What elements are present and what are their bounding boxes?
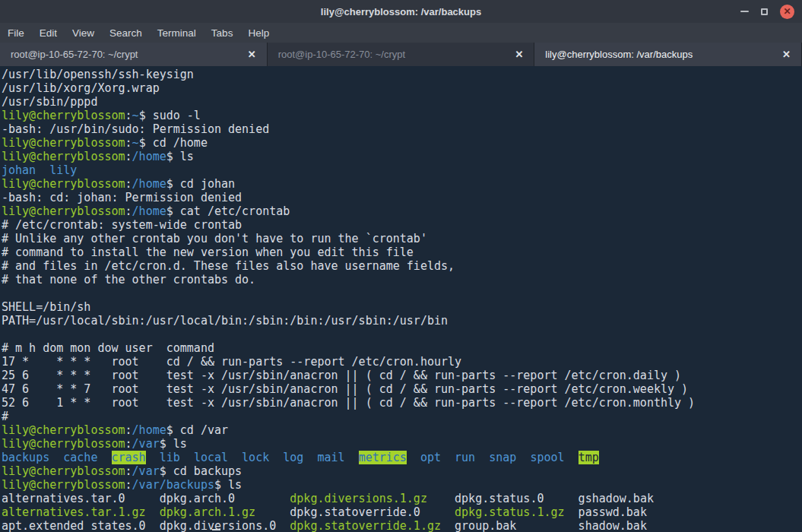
tab-title: root@ip-10-65-72-70: ~/crypt [278, 49, 511, 60]
terminal-line: PATH=/usr/local/sbin:/usr/local/bin:/sbi… [2, 314, 802, 328]
terminal-line: backups cache crash lib local lock log m… [2, 451, 802, 464]
terminal-line [2, 328, 802, 341]
terminal-line: lily@cherryblossom:/var/backups$ ls [2, 478, 802, 492]
terminal-line: alternatives.tar.0 dpkg.arch.0 dpkg.dive… [2, 492, 802, 505]
terminal-line: -bash: cd: johan: Permission denied [2, 191, 802, 204]
terminal-line: /usr/lib/xorg/Xorg.wrap [2, 81, 802, 95]
text-cursor [212, 529, 220, 530]
terminal-line [2, 287, 802, 300]
maximize-restore-icon[interactable] [761, 8, 768, 15]
terminal-line: # m h dom mon dow user command [2, 341, 802, 355]
terminal-line: alternatives.tar.1.gz dpkg.arch.1.gz dpk… [2, 505, 802, 519]
terminal-line: apt.extended_states.0 dpkg.diversions.0 … [2, 519, 802, 532]
tab-title: root@ip-10-65-72-70: ~/crypt [11, 49, 243, 60]
terminal-line: lily@cherryblossom:~$ cd /home [2, 136, 802, 150]
terminal-line: 25 6 * * * root test -x /usr/sbin/anacro… [2, 369, 802, 382]
tab-title: lily@cherryblossom: /var/backups [545, 49, 778, 60]
menu-item-terminal[interactable]: Terminal [150, 23, 204, 43]
terminal-line: 52 6 1 * * root test -x /usr/sbin/anacro… [2, 396, 802, 410]
terminal-line: # Unlike any other crontab you don't hav… [2, 232, 802, 245]
tab-close-icon[interactable]: ✕ [778, 49, 795, 60]
menu-item-edit[interactable]: Edit [32, 23, 65, 43]
menu-bar: FileEditViewSearchTerminalTabsHelp [0, 23, 802, 43]
close-icon[interactable]: ✕ [780, 5, 794, 19]
window-title: lily@cherryblossom: /var/backups [321, 6, 481, 17]
tab-close-icon[interactable]: ✕ [243, 49, 261, 60]
menu-item-search[interactable]: Search [102, 23, 150, 43]
terminal-line: 47 6 * * 7 root test -x /usr/sbin/anacro… [2, 382, 802, 396]
window-controls: ✕ [740, 0, 794, 23]
minimize-icon[interactable] [740, 11, 749, 12]
terminal-line: SHELL=/bin/sh [2, 300, 802, 314]
terminal-line: lily@cherryblossom:/home$ cd /var [2, 423, 802, 437]
terminal-line: -bash: /usr/bin/sudo: Permission denied [2, 122, 802, 136]
terminal-line: lily@cherryblossom:/home$ cd johan [2, 177, 802, 191]
terminal-line: lily@cherryblossom:/var$ cd backups [2, 464, 802, 478]
terminal-line: 17 * * * * root cd / && run-parts --repo… [2, 355, 802, 369]
terminal-line: lily@cherryblossom:/var$ ls [2, 437, 802, 451]
tab-1[interactable]: root@ip-10-65-72-70: ~/crypt✕ [0, 43, 268, 66]
terminal-line: johan lily [2, 163, 802, 177]
terminal-line: # /etc/crontab: system-wide crontab [2, 218, 802, 232]
terminal-line: /usr/lib/openssh/ssh-keysign [2, 68, 802, 81]
terminal-line: # command to install the new version whe… [2, 245, 802, 259]
menu-item-file[interactable]: File [0, 23, 32, 43]
terminal-line: # and files in /etc/cron.d. These files … [2, 259, 802, 273]
terminal-line: lily@cherryblossom:/home$ ls [2, 150, 802, 163]
terminal-screen[interactable]: /usr/lib/openssh/ssh-keysign/usr/lib/xor… [0, 66, 802, 532]
title-bar[interactable]: lily@cherryblossom: /var/backups ✕ [0, 0, 802, 23]
menu-item-view[interactable]: View [65, 23, 102, 43]
terminal-line: /usr/sbin/pppd [2, 95, 802, 109]
tab-close-icon[interactable]: ✕ [510, 49, 528, 60]
tab-bar: root@ip-10-65-72-70: ~/crypt✕root@ip-10-… [0, 43, 802, 66]
terminal-line: # that none of the other crontabs do. [2, 273, 802, 287]
terminal-line: # [2, 410, 802, 423]
menu-item-tabs[interactable]: Tabs [204, 23, 241, 43]
terminal-line: lily@cherryblossom:/home$ cat /etc/cront… [2, 204, 802, 218]
terminal-line: lily@cherryblossom:~$ sudo -l [2, 109, 802, 122]
tab-3[interactable]: lily@cherryblossom: /var/backups✕ [534, 43, 802, 66]
tab-2[interactable]: root@ip-10-65-72-70: ~/crypt✕ [268, 43, 535, 66]
menu-item-help[interactable]: Help [240, 23, 277, 43]
